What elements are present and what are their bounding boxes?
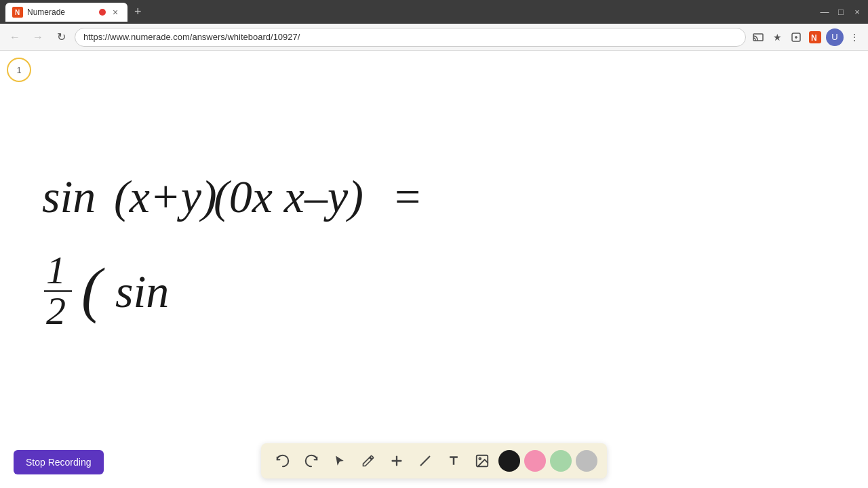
whiteboard: 1 sin (x+y) (0x x–y) = 1 2 ( sin Stop Re…	[0, 51, 868, 488]
svg-text:(0x x–y): (0x x–y)	[214, 171, 363, 222]
browser-tab[interactable]: N Numerade ×	[5, 3, 127, 22]
redo-button[interactable]	[299, 449, 323, 473]
undo-button[interactable]	[271, 449, 295, 473]
extension-icon[interactable]	[788, 29, 804, 45]
svg-text:(x+y): (x+y)	[114, 171, 217, 222]
add-button[interactable]	[384, 449, 409, 473]
svg-text:sin: sin	[42, 171, 96, 222]
profile-icon[interactable]: U	[826, 28, 844, 46]
url-text: https://www.numerade.com/answers/whitebo…	[83, 32, 300, 42]
math-canvas: sin (x+y) (0x x–y) = 1 2 ( sin	[0, 51, 868, 488]
svg-text:sin: sin	[115, 266, 169, 317]
address-bar[interactable]: https://www.numerade.com/answers/whitebo…	[75, 28, 746, 47]
svg-text:1: 1	[46, 248, 66, 292]
image-button[interactable]	[470, 449, 494, 473]
navigation-bar: ← → ↻ https://www.numerade.com/answers/w…	[0, 24, 868, 51]
svg-text:N: N	[811, 33, 817, 43]
tab-recording-dot	[99, 9, 106, 16]
svg-text:N: N	[15, 9, 20, 16]
svg-line-17	[421, 457, 430, 466]
svg-text:2: 2	[46, 289, 66, 333]
refresh-button[interactable]: ↻	[52, 28, 71, 47]
browser-chrome: N Numerade × + — □ ×	[0, 0, 868, 24]
color-green-button[interactable]	[550, 450, 572, 472]
forward-button[interactable]: →	[28, 28, 47, 47]
svg-text:(: (	[81, 256, 105, 324]
new-tab-button[interactable]: +	[134, 5, 142, 19]
back-button[interactable]: ←	[5, 28, 24, 47]
bookmark-icon[interactable]: ★	[769, 29, 785, 45]
numerade-ext-icon[interactable]: N	[807, 29, 823, 45]
color-gray-button[interactable]	[576, 450, 597, 472]
text-tool-button[interactable]	[441, 449, 466, 473]
close-window-button[interactable]: ×	[852, 7, 863, 18]
menu-icon[interactable]: ⋮	[846, 29, 863, 45]
eraser-button[interactable]	[413, 449, 437, 473]
stop-recording-button[interactable]: Stop Recording	[14, 450, 104, 474]
tab-close-button[interactable]: ×	[110, 7, 121, 18]
nav-right-icons: ★ N U ⋮	[750, 28, 863, 46]
cast-icon[interactable]	[750, 29, 766, 45]
window-controls: — □ ×	[819, 7, 863, 18]
svg-point-19	[479, 458, 481, 460]
tab-title: Numerade	[27, 7, 95, 17]
tab-favicon: N	[12, 7, 23, 18]
maximize-button[interactable]: □	[835, 7, 846, 18]
svg-text:=: =	[395, 171, 420, 222]
toolbar	[261, 443, 607, 479]
select-tool-button[interactable]	[328, 449, 352, 473]
color-pink-button[interactable]	[524, 450, 546, 472]
pen-tool-button[interactable]	[356, 449, 380, 473]
minimize-button[interactable]: —	[819, 7, 830, 18]
color-black-button[interactable]	[498, 450, 520, 472]
